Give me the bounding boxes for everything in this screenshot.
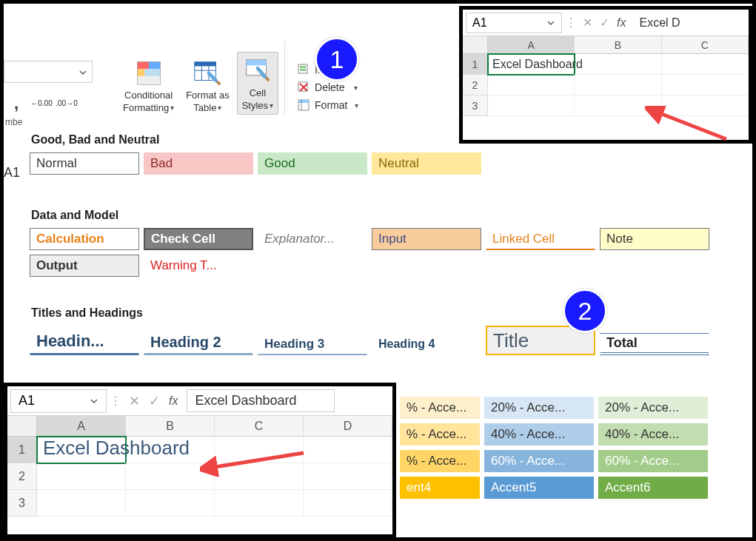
select-all-corner[interactable]: [463, 36, 488, 54]
enter-icon[interactable]: ✓: [600, 16, 609, 30]
before-formula-bar[interactable]: Excel D: [632, 16, 749, 30]
style-warning-text[interactable]: Warning T...: [144, 255, 253, 277]
style-accent4[interactable]: ent4: [400, 477, 480, 499]
after-name-box[interactable]: A1: [10, 389, 107, 413]
style-60-accent4[interactable]: % - Acce...: [400, 450, 480, 472]
delete-cells-button[interactable]: Delete▾: [297, 81, 358, 94]
svg-rect-3: [137, 70, 144, 77]
svg-line-23: [210, 453, 304, 468]
style-heading-3[interactable]: Heading 3: [258, 333, 367, 355]
top-name-box-dropdown[interactable]: [4, 61, 93, 83]
style-60-accent6[interactable]: 60% - Acce...: [598, 450, 708, 472]
cell-styles-button[interactable]: Cell Styles▾: [237, 52, 278, 115]
col-header-a[interactable]: A: [37, 416, 126, 437]
row-header-3[interactable]: 3: [7, 490, 37, 517]
fx-icon[interactable]: fx: [169, 394, 178, 408]
style-accent5[interactable]: Accent5: [484, 477, 594, 499]
row-header-1[interactable]: 1: [463, 54, 488, 75]
select-all-corner[interactable]: [7, 416, 37, 437]
inc-decimal-button[interactable]: ←0.00: [32, 95, 51, 112]
col-header-b[interactable]: B: [126, 416, 215, 437]
format-icon: [297, 98, 310, 112]
tutorial-badge-2: 2: [563, 289, 607, 333]
style-heading-2[interactable]: Heading 2: [144, 330, 253, 355]
svg-rect-20: [298, 100, 309, 103]
style-explanatory[interactable]: Explanator...: [258, 228, 367, 250]
cancel-icon[interactable]: ✕: [129, 393, 140, 409]
delete-icon: [297, 81, 310, 94]
after-cell-a1[interactable]: Excel Dashboard: [37, 437, 126, 463]
style-60-accent5[interactable]: 60% - Acce...: [484, 450, 594, 472]
col-header-a[interactable]: A: [488, 36, 575, 54]
cancel-icon[interactable]: ✕: [583, 16, 592, 30]
style-normal[interactable]: Normal: [30, 152, 139, 175]
col-header-c[interactable]: C: [215, 416, 304, 437]
row-header-3[interactable]: 3: [463, 95, 488, 116]
style-linked-cell[interactable]: Linked Cell: [486, 228, 595, 250]
fx-icon[interactable]: fx: [617, 16, 626, 30]
before-cell-b1[interactable]: [575, 54, 661, 75]
tutorial-badge-1: 1: [315, 37, 359, 81]
comma-style-button[interactable]: ,: [7, 95, 26, 112]
svg-rect-5: [137, 76, 160, 84]
style-heading-1[interactable]: Headin...: [30, 329, 139, 355]
insert-icon: [297, 63, 310, 76]
style-calculation[interactable]: Calculation: [30, 228, 139, 250]
style-40-accent4[interactable]: % - Acce...: [400, 423, 480, 446]
section-data-model: Data and Model: [31, 209, 752, 222]
after-callout: A1 ⋮ ✕ ✓ fx Excel Dashboard A B C D 1 Ex…: [4, 383, 396, 538]
before-cell-a1[interactable]: Excel Dashboard: [488, 54, 575, 75]
style-bad[interactable]: Bad: [144, 152, 253, 175]
svg-rect-1: [137, 62, 148, 70]
row-header-2[interactable]: 2: [7, 463, 37, 490]
format-as-table-button[interactable]: Format as Table▾: [181, 56, 234, 115]
style-20-accent6[interactable]: 20% - Acce...: [598, 397, 708, 419]
after-formula-bar[interactable]: Excel Dashboard: [187, 389, 335, 412]
arrow-icon: [200, 447, 311, 477]
svg-rect-2: [149, 62, 160, 70]
svg-rect-7: [195, 62, 216, 67]
before-callout: A1 ⋮ ✕ ✓ fx Excel D A B C 1 Excel Dashbo…: [459, 6, 752, 144]
style-heading-4[interactable]: Heading 4: [372, 333, 481, 355]
section-titles-headings: Titles and Headings: [31, 306, 752, 320]
before-name-box[interactable]: A1: [466, 13, 562, 33]
row-header-2[interactable]: 2: [463, 75, 488, 95]
before-cell-c1[interactable]: [662, 54, 749, 75]
style-input[interactable]: Input: [372, 228, 481, 250]
style-accent6[interactable]: Accent6: [598, 477, 708, 499]
number-group-label: mbe: [4, 117, 22, 127]
svg-line-22: [656, 112, 726, 139]
style-note[interactable]: Note: [600, 228, 709, 250]
svg-rect-14: [300, 66, 306, 68]
col-header-b[interactable]: B: [575, 36, 661, 54]
col-header-c[interactable]: C: [662, 36, 749, 54]
arrow-icon: [645, 106, 734, 143]
style-good[interactable]: Good: [258, 152, 367, 175]
row-header-1[interactable]: 1: [7, 437, 37, 463]
style-20-accent5[interactable]: 20% - Acce...: [484, 397, 594, 419]
style-total[interactable]: Total: [600, 333, 709, 355]
style-40-accent5[interactable]: 40% - Acce...: [484, 423, 594, 446]
left-a1-label: A1: [4, 165, 20, 181]
dec-decimal-button[interactable]: .00→0: [57, 95, 76, 112]
col-header-d[interactable]: D: [304, 416, 392, 437]
style-40-accent6[interactable]: 40% - Acce...: [598, 423, 708, 446]
conditional-formatting-button[interactable]: Conditional Formatting▾: [118, 56, 178, 115]
svg-rect-4: [144, 70, 160, 77]
svg-rect-15: [300, 69, 306, 71]
style-check-cell[interactable]: Check Cell: [144, 228, 253, 250]
style-output[interactable]: Output: [30, 255, 139, 277]
style-neutral[interactable]: Neutral: [372, 152, 481, 175]
enter-icon[interactable]: ✓: [149, 393, 160, 409]
svg-rect-12: [247, 60, 267, 66]
style-20-accent4[interactable]: % - Acce...: [400, 397, 480, 419]
format-cells-button[interactable]: Format▾: [297, 98, 358, 112]
